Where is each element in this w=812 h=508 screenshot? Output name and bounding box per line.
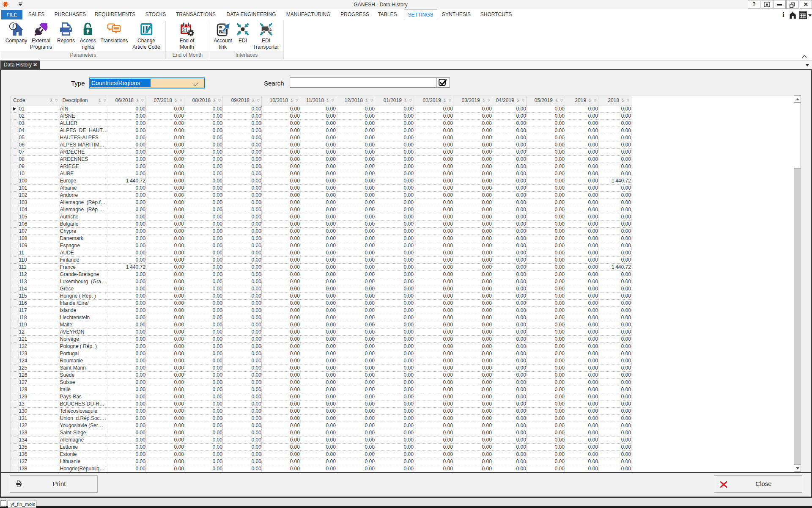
svg-text:31: 31 [182, 27, 188, 33]
svg-text:E: E [219, 25, 222, 28]
